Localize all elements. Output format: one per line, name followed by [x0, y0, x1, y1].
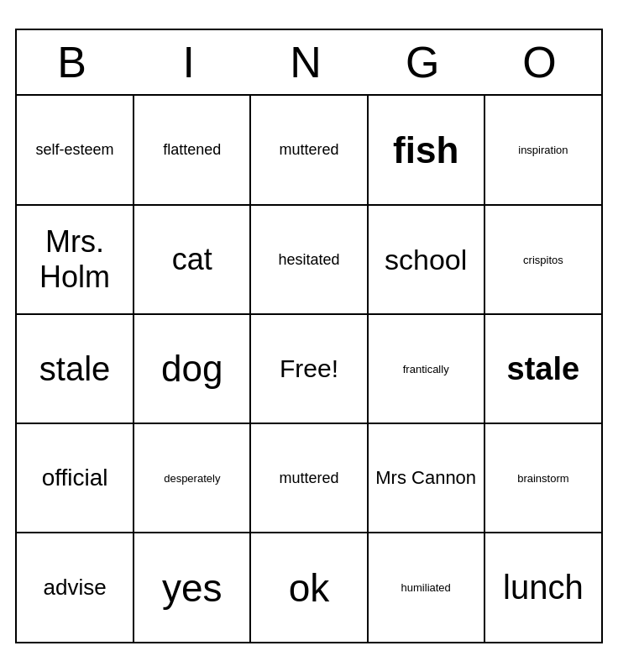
cell-0-3[interactable]: fish [368, 96, 484, 205]
bingo-card: B I N G O self-esteem flattened muttered… [15, 29, 603, 643]
header-i: I [134, 30, 250, 94]
cell-2-4[interactable]: stale [484, 314, 601, 423]
cell-1-2[interactable]: hesitated [250, 205, 367, 314]
header-g: G [368, 30, 484, 94]
header-o: O [484, 30, 601, 94]
cell-4-4[interactable]: lunch [484, 533, 601, 642]
cell-3-1[interactable]: desperately [134, 423, 250, 533]
cell-3-2[interactable]: muttered [250, 423, 367, 533]
cell-4-3[interactable]: humiliated [368, 533, 484, 642]
header-b: B [17, 30, 134, 94]
header-n: N [250, 30, 367, 94]
cell-1-1[interactable]: cat [134, 205, 250, 314]
cell-3-3[interactable]: Mrs Cannon [368, 423, 484, 533]
cell-0-0[interactable]: self-esteem [17, 96, 134, 205]
cell-1-0[interactable]: Mrs. Holm [17, 205, 134, 314]
cell-2-3[interactable]: frantically [368, 314, 484, 423]
cell-3-0[interactable]: official [17, 423, 134, 533]
bingo-grid: self-esteem flattened muttered fish insp… [17, 96, 601, 642]
cell-3-4[interactable]: brainstorm [484, 423, 601, 533]
bingo-header: B I N G O [17, 30, 601, 96]
cell-1-4[interactable]: crispitos [484, 205, 601, 314]
cell-0-4[interactable]: inspiration [484, 96, 601, 205]
cell-4-1[interactable]: yes [134, 533, 250, 642]
cell-4-2[interactable]: ok [250, 533, 367, 642]
cell-2-1[interactable]: dog [134, 314, 250, 423]
cell-2-2[interactable]: Free! [250, 314, 367, 423]
cell-0-2[interactable]: muttered [250, 96, 367, 205]
cell-0-1[interactable]: flattened [134, 96, 250, 205]
cell-1-3[interactable]: school [368, 205, 484, 314]
cell-2-0[interactable]: stale [17, 314, 134, 423]
cell-4-0[interactable]: advise [17, 533, 134, 642]
